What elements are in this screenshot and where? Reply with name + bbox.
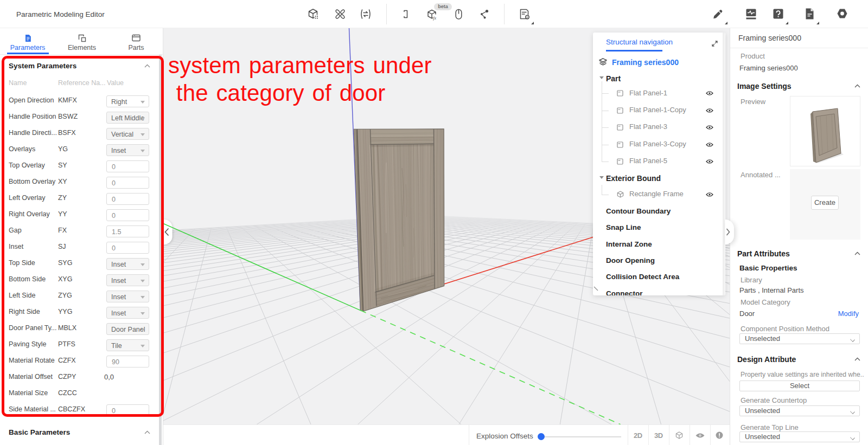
svg-text:fx: fx	[433, 16, 436, 21]
